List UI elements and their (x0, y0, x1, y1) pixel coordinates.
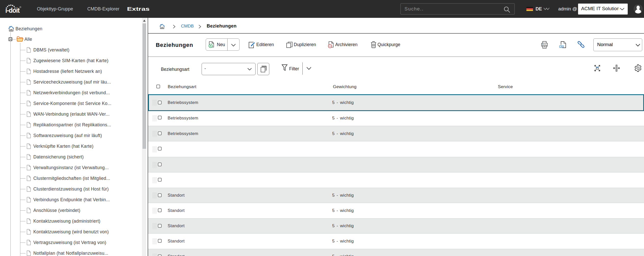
svg-text:CSV: CSV (559, 45, 564, 49)
svg-text:i-doit: i-doit (5, 6, 20, 14)
